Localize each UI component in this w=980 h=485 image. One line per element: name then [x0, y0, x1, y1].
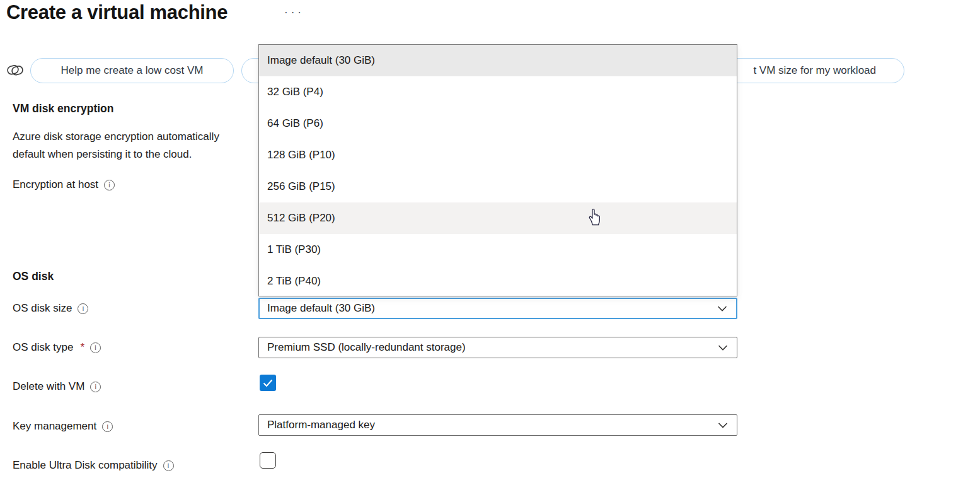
ultra-disk-label: Enable Ultra Disk compatibility i: [13, 459, 174, 472]
key-management-value: Platform-managed key: [267, 419, 375, 431]
info-icon[interactable]: i: [102, 421, 113, 432]
chevron-down-icon: [718, 422, 728, 429]
delete-with-vm-checkbox[interactable]: [260, 375, 276, 391]
dropdown-option-256gib[interactable]: 256 GiB (P15): [259, 171, 737, 202]
encryption-at-host-label: Encryption at host i: [13, 178, 115, 191]
encryption-description-line1: Azure disk storage encryption automatica…: [13, 131, 219, 143]
info-icon[interactable]: i: [90, 382, 101, 392]
chevron-down-icon: [718, 344, 728, 351]
page-title: Create a virtual machine: [6, 1, 228, 24]
os-disk-heading: OS disk: [13, 270, 54, 283]
dropdown-option-1tib[interactable]: 1 TiB (P30): [259, 234, 737, 266]
os-disk-size-value: Image default (30 GiB): [267, 302, 375, 315]
info-icon[interactable]: i: [90, 342, 101, 353]
key-management-select[interactable]: Platform-managed key: [258, 414, 737, 436]
ultra-disk-checkbox[interactable]: [260, 452, 276, 469]
dropdown-option-64gib[interactable]: 64 GiB (P6): [259, 108, 737, 139]
os-disk-type-select[interactable]: Premium SSD (locally-redundant storage): [258, 337, 737, 358]
copilot-icon: [5, 60, 25, 83]
info-icon[interactable]: i: [163, 460, 174, 471]
pill-label: Help me create a low cost VM: [61, 64, 204, 77]
os-disk-type-value: Premium SSD (locally-redundant storage): [267, 341, 466, 354]
dropdown-option-512gib[interactable]: 512 GiB (P20): [259, 202, 737, 234]
key-management-label: Key management i: [13, 420, 113, 433]
info-icon[interactable]: i: [104, 180, 115, 190]
dropdown-option-32gib[interactable]: 32 GiB (P4): [259, 76, 737, 108]
create-vm-page: Create a virtual machine ··· Help me cre…: [0, 0, 980, 485]
required-marker: *: [80, 341, 84, 354]
delete-with-vm-label: Delete with VM i: [13, 380, 101, 393]
encryption-description-line2: default when persisting it to the cloud.: [13, 148, 192, 161]
vm-disk-encryption-heading: VM disk encryption: [13, 102, 113, 115]
dropdown-option-2tib[interactable]: 2 TiB (P40): [259, 266, 737, 297]
chevron-down-icon: [717, 305, 727, 312]
more-options-ellipsis-icon[interactable]: ···: [284, 6, 304, 19]
dropdown-option-128gib[interactable]: 128 GiB (P10): [259, 139, 737, 171]
os-disk-size-dropdown-list: Image default (30 GiB) 32 GiB (P4) 64 Gi…: [258, 44, 737, 296]
dropdown-option-image-default[interactable]: Image default (30 GiB): [259, 45, 737, 76]
pill-label: t VM size for my workload: [753, 64, 876, 77]
checkmark-icon: [263, 379, 273, 387]
os-disk-type-label: OS disk type * i: [13, 341, 101, 354]
info-icon[interactable]: i: [78, 303, 88, 314]
os-disk-size-select[interactable]: Image default (30 GiB): [258, 298, 737, 319]
copilot-suggestion-low-cost-vm[interactable]: Help me create a low cost VM: [30, 58, 234, 83]
os-disk-size-label: OS disk size i: [13, 302, 88, 315]
